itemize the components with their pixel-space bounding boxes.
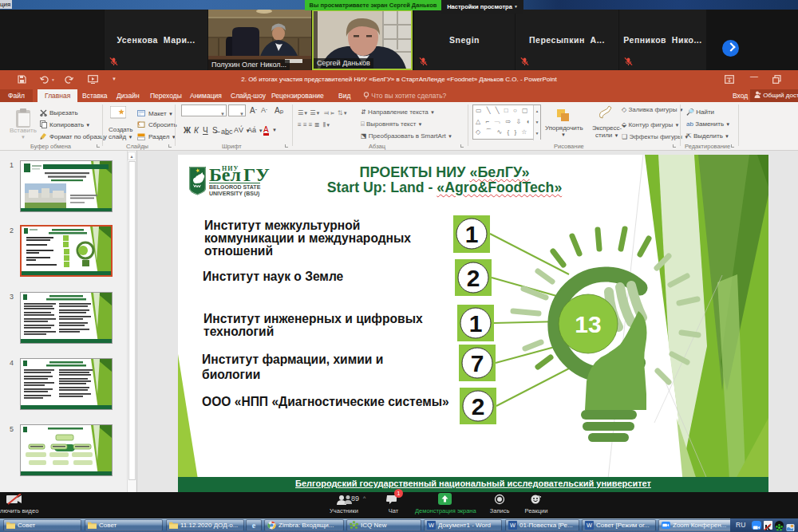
svg-text:13: 13 — [575, 311, 601, 337]
svg-text:1: 1 — [465, 221, 479, 247]
svg-text:1: 1 — [469, 310, 483, 337]
svg-text:2: 2 — [472, 393, 485, 420]
svg-text:W: W — [429, 522, 434, 529]
svg-text:7: 7 — [471, 350, 484, 376]
svg-text:W: W — [510, 522, 516, 529]
svg-text:2: 2 — [467, 265, 480, 291]
svg-text:W: W — [587, 522, 592, 529]
